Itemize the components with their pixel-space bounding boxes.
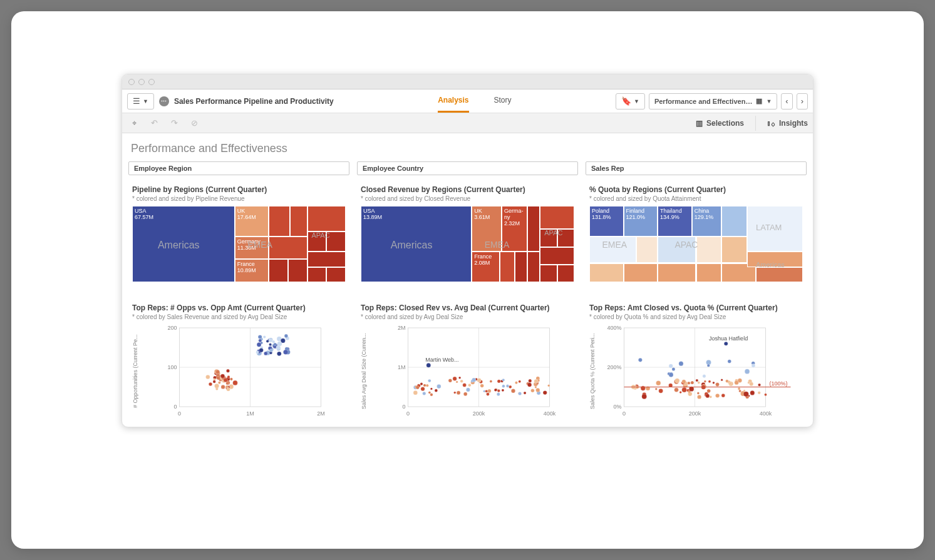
svg-point-161 [534,379,538,383]
chart-closed-treemap[interactable]: Closed Revenue by Regions (Current Quart… [357,181,578,282]
cell-am-2[interactable] [747,252,803,267]
zoom-icon[interactable] [148,79,155,85]
cell-emea-4[interactable] [527,252,540,282]
cell-apac-1[interactable] [540,206,574,229]
cell-am-3[interactable] [756,267,803,282]
svg-point-81 [269,349,272,352]
cell-latam-2[interactable] [747,206,803,252]
cell-apac-4[interactable] [696,263,722,283]
svg-text:200: 200 [167,325,177,331]
svg-point-37 [233,380,238,385]
svg-text:Martin Web...: Martin Web... [425,357,458,363]
insights-button[interactable]: ⫾₀ Insights [767,119,808,128]
y-axis-label: # Opportunities (Current Pe... [132,324,141,418]
svg-point-95 [428,391,431,394]
cell-apac-3[interactable] [557,229,574,247]
cell-apac-4[interactable] [307,252,346,267]
cell-emea-2[interactable] [515,252,527,282]
cell-emea-3[interactable] [269,237,307,260]
chart-scatter-closed-avg[interactable]: Top Reps: Closed Rev vs. Avg Deal (Curre… [357,300,578,418]
cell-apac-1[interactable] [658,237,696,263]
cell-value: 13.89M [363,215,469,221]
cell-china[interactable]: China 129.1% [692,206,722,237]
chart-pipeline-treemap[interactable]: Pipeline by Regions (Current Quarter) * … [128,181,349,282]
svg-point-66 [258,335,262,339]
tab-story[interactable]: Story [494,89,512,113]
cell-usa[interactable]: USA 67.57M [132,206,235,282]
cell-latam-3[interactable] [721,237,747,263]
cell-apac-2[interactable] [696,237,722,263]
svg-point-132 [472,378,476,382]
cell-emea-1[interactable] [500,252,515,282]
cell-emea-4[interactable] [624,263,658,283]
smart-search-button[interactable]: ⌖ [127,116,141,130]
svg-point-251 [703,374,706,377]
svg-point-145 [421,387,425,390]
chart-scatter-opps[interactable]: Top Reps: # Opps vs. Opp Amt (Current Qu… [128,300,349,418]
cell-emea-5[interactable] [288,259,307,282]
bookmarks-button[interactable]: 🔖 ▼ [616,93,645,109]
cell-emea-1[interactable] [269,206,290,237]
cell-apac-2[interactable] [540,229,557,247]
selections-tool[interactable]: ▥ Selections [696,119,744,128]
svg-point-129 [435,389,438,392]
cell-finland[interactable]: Finland 121.0% [624,206,658,237]
close-icon[interactable] [128,79,135,85]
next-sheet-button[interactable]: › [797,93,808,109]
prev-sheet-button[interactable]: ‹ [781,93,792,109]
cell-apac-2[interactable] [307,232,327,252]
step-back-button[interactable]: ↶ [147,116,161,130]
cell-apac-6[interactable] [326,267,346,282]
sheet-selector[interactable]: Performance and Effectiven… ▦ ▼ [649,93,777,109]
svg-text:Joshua Hatfield: Joshua Hatfield [709,335,748,342]
cell-emea-1[interactable] [589,237,636,263]
tab-analysis[interactable]: Analysis [438,89,468,113]
svg-point-43 [220,374,225,379]
svg-point-160 [527,383,532,387]
cell-apac-3[interactable] [326,232,346,252]
cell-usa[interactable]: USA 13.89M [361,206,472,282]
cell-emea-3[interactable] [527,206,540,252]
svg-text:200k: 200k [473,410,485,417]
chart-quota-treemap[interactable]: % Quota by Regions (Current Quarter) * c… [586,181,807,282]
cell-france[interactable]: France 2.08M [472,252,499,282]
cell-uk[interactable]: UK 17.64M [235,206,269,237]
svg-point-31 [213,380,215,383]
cell-apac-5[interactable] [307,267,327,282]
insights-label: Insights [779,119,808,128]
cell-apac-4[interactable] [540,247,574,265]
cell-germany[interactable]: Germany 11.36M [235,237,269,260]
svg-text:1M: 1M [246,410,254,417]
cell-latam-1[interactable] [721,206,747,237]
filter-employee-country[interactable]: Employee Country [357,161,578,175]
svg-point-113 [547,385,550,387]
cell-apac-5[interactable] [540,265,557,282]
chart-title: Top Reps: Closed Rev vs. Avg Deal (Curre… [361,303,574,312]
svg-point-208 [682,387,687,392]
cell-value: 129.1% [695,215,720,221]
cell-emea-4[interactable] [269,259,288,282]
filter-sales-rep[interactable]: Sales Rep [586,161,807,175]
filter-employee-region[interactable]: Employee Region [128,161,349,175]
svg-point-109 [466,388,470,392]
cell-apac-3[interactable] [658,263,696,283]
cell-emea-3[interactable] [589,263,624,283]
minimize-icon[interactable] [138,79,145,85]
nav-menu-button[interactable]: ☰ ▼ [127,93,154,109]
chart-subtitle: * colored and sized by Quota Attainment [589,195,803,202]
cell-uk[interactable]: UK 3.61M [472,206,502,252]
cell-emea-2[interactable] [290,206,307,237]
cell-thailand[interactable]: Thailand 134.9% [658,206,692,237]
app-logo-icon: ⋯ [159,96,169,106]
cell-poland[interactable]: Poland 131.8% [589,206,624,237]
cell-emea-2[interactable] [636,237,658,263]
cell-apac-6[interactable] [557,265,574,282]
chart-scatter-quota[interactable]: Top Reps: Amt Closed vs. Quota % (Curren… [586,300,807,418]
step-forward-button[interactable]: ↷ [167,116,181,130]
clear-selections-button[interactable]: ⊘ [187,116,201,130]
cell-germany[interactable]: Germa-ny 2.32M [502,206,527,252]
cell-apac-1[interactable] [307,206,346,232]
svg-point-115 [490,380,492,382]
svg-point-35 [206,375,210,379]
cell-france[interactable]: France 10.89M [235,259,269,282]
